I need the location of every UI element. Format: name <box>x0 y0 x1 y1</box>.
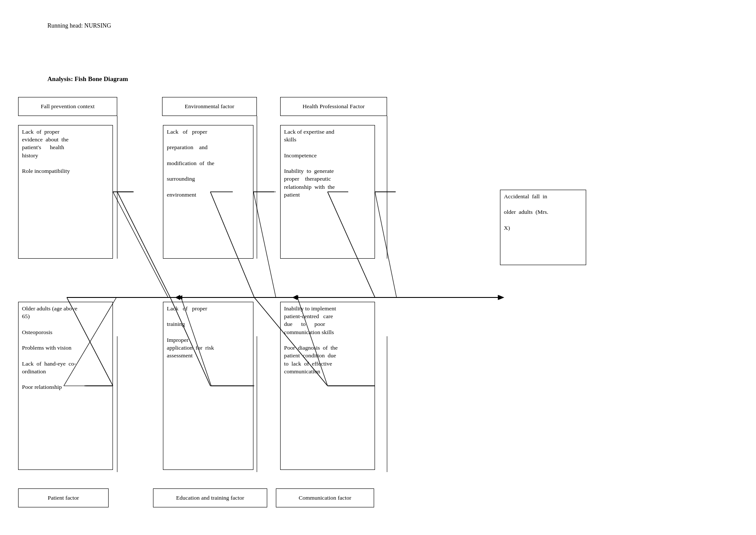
patient-content: Older adults (age above65)OsteoporosisPr… <box>18 302 113 470</box>
communication-content: Inability to implementpatient-centred ca… <box>280 302 375 470</box>
health-professional-header: Health Professional Factor <box>280 97 387 116</box>
fall-prevention-header: Fall prevention context <box>18 97 117 116</box>
accidental-fall-box: Accidental fall inolder adults (Mrs.X) <box>500 190 586 265</box>
analysis-title: Analysis: Fish Bone Diagram <box>47 75 128 83</box>
svg-marker-24 <box>498 295 503 300</box>
svg-line-26 <box>117 192 170 297</box>
education-factor-header: Education and training factor <box>153 488 267 507</box>
fall-prevention-content: Lack of properevidence about thepatient'… <box>18 125 113 259</box>
svg-marker-9 <box>293 295 298 300</box>
svg-line-8 <box>375 192 397 297</box>
svg-marker-1 <box>499 295 504 300</box>
svg-line-5 <box>253 192 276 297</box>
environmental-content: Lack of properpreparation andmodificatio… <box>163 125 253 259</box>
health-prof-content: Lack of expertise andskillsIncompetenceI… <box>280 125 375 259</box>
environmental-header: Environmental factor <box>162 97 257 116</box>
patient-factor-header: Patient factor <box>18 488 109 507</box>
running-head: Running head: NURSING <box>47 22 111 29</box>
svg-marker-32 <box>292 295 297 300</box>
svg-line-2 <box>113 192 168 297</box>
svg-marker-29 <box>175 295 180 300</box>
svg-marker-6 <box>177 295 182 300</box>
communication-factor-header: Communication factor <box>276 488 374 507</box>
education-content: Lack of propertrainingImproperapplicatio… <box>163 302 253 470</box>
